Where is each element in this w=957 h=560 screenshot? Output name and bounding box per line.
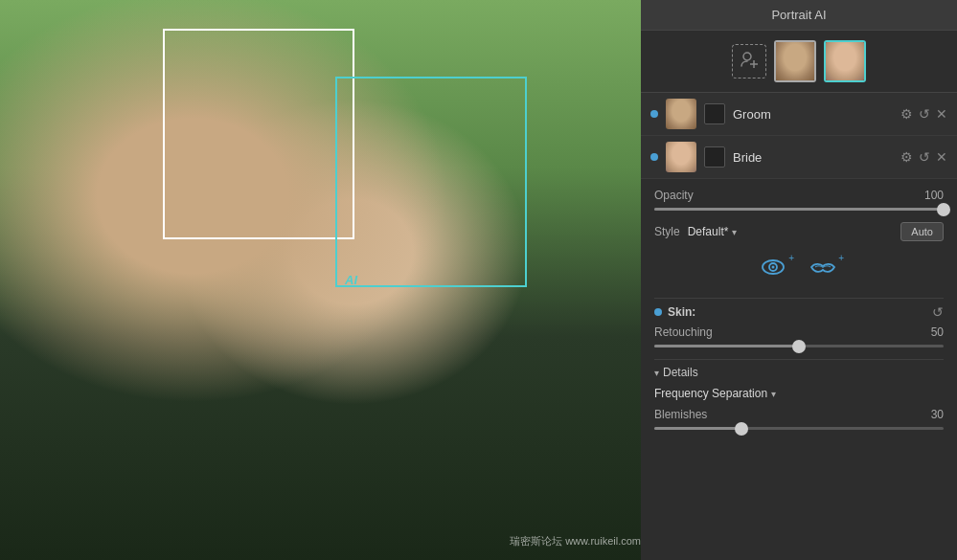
skin-dot <box>654 308 662 316</box>
retouching-value: 50 <box>931 325 944 339</box>
retouch-icons-row: + + <box>654 253 944 286</box>
opacity-fill <box>654 208 944 211</box>
groom-settings-icon[interactable]: ⚙ <box>900 106 913 122</box>
lip-plus-icon: + <box>838 253 844 263</box>
frequency-separation-row: Frequency Separation ▾ <box>654 387 944 400</box>
groom-row: Groom ⚙ ↺ ✕ <box>641 93 957 136</box>
divider-1 <box>654 298 944 299</box>
style-row: Style Default* ▾ Auto <box>654 222 944 241</box>
bride-settings-icon[interactable]: ⚙ <box>900 149 913 165</box>
bride-row: Bride ⚙ ↺ ✕ <box>641 136 957 179</box>
retouching-thumb[interactable] <box>792 340 806 353</box>
details-label: Details <box>663 366 698 379</box>
groom-actions: ⚙ ↺ ✕ <box>900 106 947 122</box>
skin-label: Skin: <box>668 305 695 319</box>
details-chevron-icon: ▾ <box>654 368 659 378</box>
groom-face-thumb <box>666 99 696 129</box>
groom-visibility-dot[interactable] <box>650 110 658 118</box>
blemishes-thumb[interactable] <box>735 422 748 436</box>
blemishes-fill <box>654 427 741 430</box>
blemishes-value: 30 <box>931 408 944 421</box>
bride-visibility-dot[interactable] <box>650 153 658 161</box>
auto-button[interactable]: Auto <box>900 222 944 241</box>
retouching-row: Retouching 50 <box>654 325 944 339</box>
lip-retouch-button[interactable]: + <box>808 257 838 282</box>
retouching-label: Retouching <box>654 325 713 339</box>
face-box-groom <box>163 29 354 239</box>
opacity-slider[interactable] <box>654 208 944 211</box>
skin-section-header: Skin: ↺ <box>654 304 944 320</box>
blemishes-label: Blemishes <box>654 408 707 421</box>
svg-point-5 <box>772 266 775 269</box>
chevron-down-icon: ▾ <box>732 227 737 237</box>
style-value: Default* <box>688 225 729 238</box>
panel-title: Portrait AI <box>771 8 826 22</box>
freq-sep-chevron-icon: ▾ <box>771 389 776 399</box>
portrait-ai-panel: Portrait AI Groom ⚙ ↺ <box>641 0 957 560</box>
groom-mask-thumb <box>704 103 725 124</box>
svg-point-0 <box>743 53 751 60</box>
panel-header: Portrait AI <box>641 0 957 31</box>
groom-remove-icon[interactable]: ✕ <box>936 106 947 122</box>
bride-face-thumb <box>666 142 696 172</box>
divider-2 <box>654 359 944 360</box>
bride-mask-thumb <box>704 146 725 168</box>
blemishes-slider[interactable] <box>654 427 944 430</box>
style-label: Style <box>654 225 680 238</box>
opacity-row: Opacity 100 <box>654 189 944 202</box>
retouching-slider[interactable] <box>654 345 944 347</box>
face-thumbs-row <box>641 31 957 93</box>
frequency-separation-label: Frequency Separation <box>654 387 767 400</box>
eye-retouch-button[interactable]: + <box>760 257 788 282</box>
watermark: 瑞密斯论坛 www.ruikeil.com <box>510 534 641 549</box>
add-person-button[interactable] <box>732 44 766 78</box>
retouching-fill <box>654 345 799 347</box>
eye-plus-icon: + <box>788 253 794 263</box>
bride-name: Bride <box>733 150 893 165</box>
thumb-groom[interactable] <box>774 40 816 82</box>
opacity-value: 100 <box>924 189 944 202</box>
face-box-bride <box>335 77 527 287</box>
opacity-label: Opacity <box>654 189 694 202</box>
photo-background <box>0 0 642 560</box>
groom-reset-icon[interactable]: ↺ <box>919 106 930 122</box>
opacity-thumb[interactable] <box>937 203 950 216</box>
thumb-bride[interactable] <box>824 40 866 82</box>
controls-panel: Opacity 100 Style Default* ▾ Auto <box>641 179 957 560</box>
style-dropdown[interactable]: Default* ▾ <box>688 225 738 238</box>
blemishes-row: Blemishes 30 <box>654 408 944 421</box>
bride-actions: ⚙ ↺ ✕ <box>900 149 947 165</box>
groom-name: Groom <box>733 107 893 122</box>
details-header[interactable]: ▾ Details <box>654 366 944 379</box>
add-person-icon <box>740 50 759 74</box>
skin-reset-icon[interactable]: ↺ <box>932 304 944 320</box>
bride-reset-icon[interactable]: ↺ <box>919 149 930 165</box>
bride-remove-icon[interactable]: ✕ <box>936 149 947 165</box>
